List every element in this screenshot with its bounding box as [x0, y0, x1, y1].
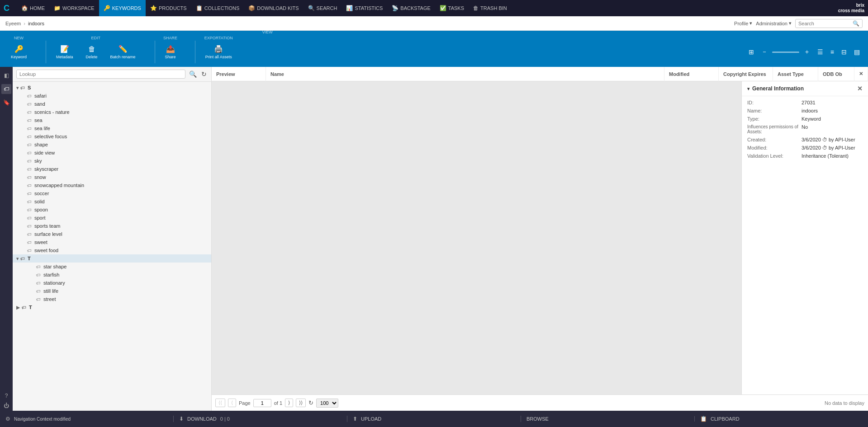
tree-item-skyscraper[interactable]: 🏷 skyscraper	[13, 165, 211, 173]
profile-button[interactable]: Profile ▾	[734, 20, 752, 26]
page-last-btn[interactable]: ⟩⟩	[296, 399, 306, 407]
bookmark-icon[interactable]: 🔖	[1, 98, 11, 108]
col-header-close[interactable]: ✕	[854, 67, 868, 81]
panel-title: General Information	[752, 85, 804, 92]
tree-item-side-view[interactable]: 🏷 side view	[13, 149, 211, 157]
toolbar-group-edit: EDIT 📝 Metadata 🗑 Delete ✏️ Batch rename	[51, 35, 141, 63]
col-header-modified[interactable]: Modified	[664, 67, 719, 81]
tree-item-sea-life[interactable]: 🏷 sea life	[13, 124, 211, 132]
tree-item-sky[interactable]: 🏷 sky	[13, 157, 211, 165]
nav-trash[interactable]: 🗑 TRASH BIN	[469, 0, 512, 16]
keyword-button[interactable]: 🔑 Keyword	[5, 41, 32, 63]
tree-item-stationary[interactable]: 🏷 stationary	[13, 279, 211, 287]
delete-button[interactable]: 🗑 Delete	[81, 41, 103, 63]
view-group-label: VIEW	[262, 30, 606, 34]
nav-download-kits[interactable]: 📦 DOWNLOAD KITS	[244, 0, 303, 16]
share-button[interactable]: 📤 Share	[160, 41, 181, 63]
nav-keywords[interactable]: 🔑 KEYWORDS	[99, 0, 146, 16]
tree-item-surface-level[interactable]: 🏷 surface level	[13, 230, 211, 238]
tree-item-soccer[interactable]: 🏷 soccer	[13, 189, 211, 197]
zoom-in-btn[interactable]: ＋	[801, 46, 813, 58]
tree-item-street[interactable]: 🏷 street	[13, 295, 211, 303]
page-label: Page	[239, 400, 251, 406]
panel-view-btn[interactable]: ▤	[851, 47, 863, 57]
lookup-input[interactable]	[16, 70, 185, 79]
col-header-assettype[interactable]: Asset Type	[773, 67, 818, 81]
tree-group-s-header[interactable]: ▾ 🏷 S	[13, 84, 211, 92]
tree-item-sport[interactable]: 🏷 sport	[13, 214, 211, 222]
nav-workspace[interactable]: 📁 WORKSPACE	[49, 0, 99, 16]
batch-rename-button[interactable]: ✏️ Batch rename	[105, 41, 141, 63]
tree-item-sweet-food[interactable]: 🏷 sweet food	[13, 246, 211, 254]
col-header-odb[interactable]: ODB Ob	[818, 67, 854, 81]
statistics-icon: 📊	[346, 5, 353, 11]
power-icon[interactable]: ⏻	[1, 401, 11, 411]
pagination-refresh-btn[interactable]: ↻	[308, 399, 313, 406]
nav-products[interactable]: ⭐ PRODUCTS	[146, 0, 191, 16]
detail-view-btn[interactable]: ≡	[828, 47, 837, 57]
tree-item-sports-team[interactable]: 🏷 sports team	[13, 222, 211, 230]
nav-home[interactable]: 🏠 HOME	[17, 0, 49, 16]
share-group-label: SHARE	[163, 36, 177, 40]
page-prev-btn[interactable]: ⟨	[228, 399, 236, 407]
tree-item-star-shape[interactable]: 🏷 star shape	[13, 263, 211, 271]
metadata-button[interactable]: 📝 Metadata	[51, 41, 79, 63]
nav-search[interactable]: 🔍 SEARCH	[304, 0, 342, 16]
tree-group-t-collapsed-header[interactable]: ▶ 🏷 T	[13, 303, 211, 311]
created-by-link[interactable]: API-User	[835, 137, 855, 142]
grid-small-view-btn[interactable]: ⊞	[746, 47, 757, 57]
col-header-name[interactable]: Name	[266, 67, 664, 81]
tree-group-t-header[interactable]: ▾ 🏷 T	[13, 254, 211, 263]
per-page-select[interactable]: 100 50 25	[316, 399, 338, 408]
nav-backstage[interactable]: 📡 BACKSTAGE	[387, 0, 435, 16]
app-logo[interactable]: C	[4, 4, 9, 13]
tree-item-safari[interactable]: 🏷 safari	[13, 92, 211, 100]
panel-close-button[interactable]: ✕	[857, 85, 863, 92]
tree-item-shape[interactable]: 🏷 shape	[13, 141, 211, 149]
tree-item-snow[interactable]: 🏷 snow	[13, 173, 211, 181]
top-navigation: C 🏠 HOME 📁 WORKSPACE 🔑 KEYWORDS ⭐ PRODUC…	[0, 0, 868, 16]
zoom-out-btn[interactable]: －	[759, 46, 770, 58]
nav-collections[interactable]: 📋 COLLECTIONS	[191, 0, 244, 16]
grid-large-view-btn[interactable]: ⊟	[839, 47, 849, 57]
zoom-slider[interactable]	[772, 52, 799, 53]
lookup-search-btn[interactable]: 🔍	[188, 70, 198, 79]
tree-item-spoon[interactable]: 🏷 spoon	[13, 206, 211, 214]
modified-by-link[interactable]: API-User	[835, 145, 855, 150]
tree-item-snowcapped[interactable]: 🏷 snowcapped mountain	[13, 181, 211, 189]
upload-section[interactable]: ⬆ UPLOAD	[353, 416, 521, 422]
created-value: 3/6/2020 ⏱ by API-User	[802, 137, 863, 142]
tree-item-sea[interactable]: 🏷 sea	[13, 116, 211, 124]
nav-statistics[interactable]: 📊 STATISTICS	[342, 0, 387, 16]
nav-tasks[interactable]: ✅ TASKS	[435, 0, 469, 16]
tree-item-sweet[interactable]: 🏷 sweet	[13, 238, 211, 246]
col-header-preview[interactable]: Preview	[212, 67, 266, 81]
clipboard-section[interactable]: 📋 CLIPBOARD	[700, 416, 863, 422]
tree-item-starfish[interactable]: 🏷 starfish	[13, 271, 211, 279]
page-next-btn[interactable]: ⟩	[285, 399, 293, 407]
breadcrumb-eyeem[interactable]: Eyeem	[5, 21, 21, 26]
layer-icon[interactable]: ◧	[1, 70, 11, 80]
tree-item-sand[interactable]: 🏷 sand	[13, 100, 211, 108]
administration-button[interactable]: Administration ▾	[756, 20, 792, 26]
page-first-btn[interactable]: ⟨⟨	[215, 399, 225, 407]
toolbar: NEW 🔑 Keyword EDIT 📝 Metadata 🗑 Delete ✏…	[0, 31, 868, 67]
tag-rail-icon[interactable]: 🏷	[1, 84, 11, 94]
tree-item-selective-focus[interactable]: 🏷 selective focus	[13, 132, 211, 141]
list-view-btn[interactable]: ☰	[815, 47, 826, 57]
tree-item-solid[interactable]: 🏷 solid	[13, 197, 211, 206]
download-section[interactable]: ⬇ DOWNLOAD 0 | 0	[179, 416, 347, 422]
browse-section[interactable]: BROWSE	[526, 416, 695, 422]
lookup-refresh-btn[interactable]: ↻	[200, 70, 208, 79]
print-all-button[interactable]: 🖨️ Print all Assets	[200, 41, 237, 63]
col-header-copyright[interactable]: Copyright Expires	[719, 67, 773, 81]
search-bar[interactable]: 🔍	[795, 19, 863, 28]
keyword-tree: ▾ 🏷 S 🏷 safari 🏷 sand 🏷 scenics - nature	[13, 82, 211, 411]
tree-item-still-life[interactable]: 🏷 still life	[13, 287, 211, 295]
search-icon[interactable]: 🔍	[853, 20, 859, 27]
search-input[interactable]	[798, 21, 853, 26]
tag-snow-icon: 🏷	[27, 175, 32, 180]
tree-item-scenics[interactable]: 🏷 scenics - nature	[13, 108, 211, 116]
page-number-input[interactable]	[253, 399, 271, 407]
help-icon[interactable]: ?	[1, 391, 11, 401]
